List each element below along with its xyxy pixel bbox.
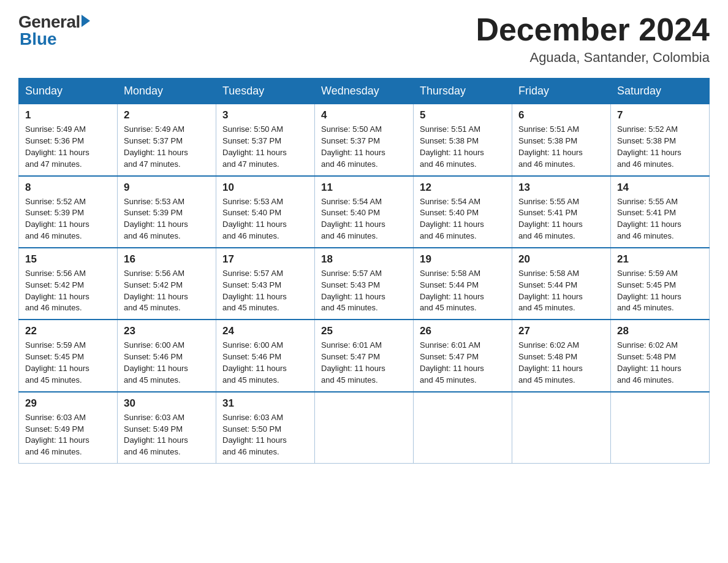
calendar-cell: 2Sunrise: 5:49 AMSunset: 5:37 PMDaylight… <box>118 104 216 176</box>
day-info: Sunrise: 5:52 AMSunset: 5:38 PMDaylight:… <box>617 124 703 170</box>
day-info: Sunrise: 5:49 AMSunset: 5:36 PMDaylight:… <box>25 124 111 170</box>
day-number: 6 <box>518 109 604 121</box>
day-number: 27 <box>518 325 604 337</box>
day-info: Sunrise: 5:57 AMSunset: 5:43 PMDaylight:… <box>321 268 407 314</box>
day-info: Sunrise: 5:54 AMSunset: 5:40 PMDaylight:… <box>420 196 506 242</box>
calendar-cell: 30Sunrise: 6:03 AMSunset: 5:49 PMDayligh… <box>118 392 216 464</box>
day-number: 12 <box>420 182 506 194</box>
day-number: 26 <box>420 325 506 337</box>
day-info: Sunrise: 6:01 AMSunset: 5:47 PMDaylight:… <box>321 340 407 386</box>
calendar-cell: 10Sunrise: 5:53 AMSunset: 5:40 PMDayligh… <box>216 176 315 248</box>
header-row: SundayMondayTuesdayWednesdayThursdayFrid… <box>19 79 710 104</box>
day-info: Sunrise: 5:51 AMSunset: 5:38 PMDaylight:… <box>420 124 506 170</box>
day-number: 30 <box>124 397 210 410</box>
day-info: Sunrise: 6:00 AMSunset: 5:46 PMDaylight:… <box>222 340 308 386</box>
logo-blue-text: Blue <box>20 29 57 49</box>
day-info: Sunrise: 5:58 AMSunset: 5:44 PMDaylight:… <box>518 268 604 314</box>
day-number: 2 <box>124 109 210 121</box>
header-day-saturday: Saturday <box>611 79 710 104</box>
day-number: 9 <box>124 182 210 194</box>
calendar-cell: 15Sunrise: 5:56 AMSunset: 5:42 PMDayligh… <box>19 248 118 320</box>
week-row-5: 29Sunrise: 6:03 AMSunset: 5:49 PMDayligh… <box>19 392 710 464</box>
day-number: 25 <box>321 325 407 337</box>
calendar-cell: 4Sunrise: 5:50 AMSunset: 5:37 PMDaylight… <box>315 104 414 176</box>
calendar-cell <box>315 392 414 464</box>
day-info: Sunrise: 5:53 AMSunset: 5:39 PMDaylight:… <box>124 196 210 242</box>
calendar-cell: 18Sunrise: 5:57 AMSunset: 5:43 PMDayligh… <box>315 248 414 320</box>
day-number: 22 <box>25 325 111 337</box>
day-number: 28 <box>617 325 703 337</box>
calendar-subtitle: Aguada, Santander, Colombia <box>476 50 710 66</box>
calendar-cell: 16Sunrise: 5:56 AMSunset: 5:42 PMDayligh… <box>118 248 216 320</box>
calendar-cell: 27Sunrise: 6:02 AMSunset: 5:48 PMDayligh… <box>512 320 611 391</box>
day-number: 1 <box>25 109 111 121</box>
day-number: 4 <box>321 109 407 121</box>
calendar-cell: 11Sunrise: 5:54 AMSunset: 5:40 PMDayligh… <box>315 176 414 248</box>
day-info: Sunrise: 5:59 AMSunset: 5:45 PMDaylight:… <box>25 340 111 386</box>
day-number: 19 <box>420 253 506 266</box>
day-info: Sunrise: 6:01 AMSunset: 5:47 PMDaylight:… <box>420 340 506 386</box>
day-number: 31 <box>222 397 308 410</box>
calendar-cell: 1Sunrise: 5:49 AMSunset: 5:36 PMDaylight… <box>19 104 118 176</box>
calendar-cell <box>414 392 512 464</box>
calendar-cell: 23Sunrise: 6:00 AMSunset: 5:46 PMDayligh… <box>118 320 216 391</box>
day-number: 23 <box>124 325 210 337</box>
day-info: Sunrise: 5:52 AMSunset: 5:39 PMDaylight:… <box>25 196 111 242</box>
header-day-tuesday: Tuesday <box>216 79 315 104</box>
week-row-3: 15Sunrise: 5:56 AMSunset: 5:42 PMDayligh… <box>19 248 710 320</box>
calendar-cell: 31Sunrise: 6:03 AMSunset: 5:50 PMDayligh… <box>216 392 315 464</box>
day-info: Sunrise: 6:03 AMSunset: 5:50 PMDaylight:… <box>222 412 308 458</box>
calendar-cell: 12Sunrise: 5:54 AMSunset: 5:40 PMDayligh… <box>414 176 512 248</box>
day-info: Sunrise: 5:58 AMSunset: 5:44 PMDaylight:… <box>420 268 506 314</box>
day-info: Sunrise: 5:56 AMSunset: 5:42 PMDaylight:… <box>124 268 210 314</box>
calendar-cell: 13Sunrise: 5:55 AMSunset: 5:41 PMDayligh… <box>512 176 611 248</box>
calendar-cell: 3Sunrise: 5:50 AMSunset: 5:37 PMDaylight… <box>216 104 315 176</box>
day-number: 5 <box>420 109 506 121</box>
calendar-cell: 26Sunrise: 6:01 AMSunset: 5:47 PMDayligh… <box>414 320 512 391</box>
day-number: 14 <box>617 182 703 194</box>
day-info: Sunrise: 6:00 AMSunset: 5:46 PMDaylight:… <box>124 340 210 386</box>
day-info: Sunrise: 5:55 AMSunset: 5:41 PMDaylight:… <box>617 196 703 242</box>
calendar-cell: 14Sunrise: 5:55 AMSunset: 5:41 PMDayligh… <box>611 176 710 248</box>
header-day-wednesday: Wednesday <box>315 79 414 104</box>
day-number: 24 <box>222 325 308 337</box>
calendar-cell: 29Sunrise: 6:03 AMSunset: 5:49 PMDayligh… <box>19 392 118 464</box>
week-row-1: 1Sunrise: 5:49 AMSunset: 5:36 PMDaylight… <box>19 104 710 176</box>
day-info: Sunrise: 5:53 AMSunset: 5:40 PMDaylight:… <box>222 196 308 242</box>
calendar-cell: 9Sunrise: 5:53 AMSunset: 5:39 PMDaylight… <box>118 176 216 248</box>
day-info: Sunrise: 5:56 AMSunset: 5:42 PMDaylight:… <box>25 268 111 314</box>
calendar-cell: 21Sunrise: 5:59 AMSunset: 5:45 PMDayligh… <box>611 248 710 320</box>
header-day-friday: Friday <box>512 79 611 104</box>
calendar-cell: 24Sunrise: 6:00 AMSunset: 5:46 PMDayligh… <box>216 320 315 391</box>
day-number: 13 <box>518 182 604 194</box>
day-info: Sunrise: 6:03 AMSunset: 5:49 PMDaylight:… <box>124 412 210 458</box>
calendar-cell: 19Sunrise: 5:58 AMSunset: 5:44 PMDayligh… <box>414 248 512 320</box>
day-number: 29 <box>25 397 111 410</box>
day-info: Sunrise: 5:54 AMSunset: 5:40 PMDaylight:… <box>321 196 407 242</box>
day-info: Sunrise: 5:59 AMSunset: 5:45 PMDaylight:… <box>617 268 703 314</box>
calendar-title: December 2024 <box>476 12 710 47</box>
day-number: 18 <box>321 253 407 266</box>
week-row-4: 22Sunrise: 5:59 AMSunset: 5:45 PMDayligh… <box>19 320 710 391</box>
calendar-cell: 7Sunrise: 5:52 AMSunset: 5:38 PMDaylight… <box>611 104 710 176</box>
day-number: 20 <box>518 253 604 266</box>
day-info: Sunrise: 5:50 AMSunset: 5:37 PMDaylight:… <box>321 124 407 170</box>
day-info: Sunrise: 5:49 AMSunset: 5:37 PMDaylight:… <box>124 124 210 170</box>
day-number: 10 <box>222 182 308 194</box>
calendar-cell: 5Sunrise: 5:51 AMSunset: 5:38 PMDaylight… <box>414 104 512 176</box>
calendar-cell: 8Sunrise: 5:52 AMSunset: 5:39 PMDaylight… <box>19 176 118 248</box>
header-day-thursday: Thursday <box>414 79 512 104</box>
calendar-cell <box>611 392 710 464</box>
header-day-monday: Monday <box>118 79 216 104</box>
day-number: 17 <box>222 253 308 266</box>
day-number: 15 <box>25 253 111 266</box>
calendar-table: SundayMondayTuesdayWednesdayThursdayFrid… <box>18 78 710 464</box>
day-info: Sunrise: 6:02 AMSunset: 5:48 PMDaylight:… <box>617 340 703 386</box>
day-info: Sunrise: 5:55 AMSunset: 5:41 PMDaylight:… <box>518 196 604 242</box>
week-row-2: 8Sunrise: 5:52 AMSunset: 5:39 PMDaylight… <box>19 176 710 248</box>
logo: General Blue <box>18 12 90 49</box>
logo-arrow-icon <box>82 15 90 27</box>
day-info: Sunrise: 5:50 AMSunset: 5:37 PMDaylight:… <box>222 124 308 170</box>
title-block: December 2024 Aguada, Santander, Colombi… <box>476 12 710 66</box>
calendar-cell: 6Sunrise: 5:51 AMSunset: 5:38 PMDaylight… <box>512 104 611 176</box>
